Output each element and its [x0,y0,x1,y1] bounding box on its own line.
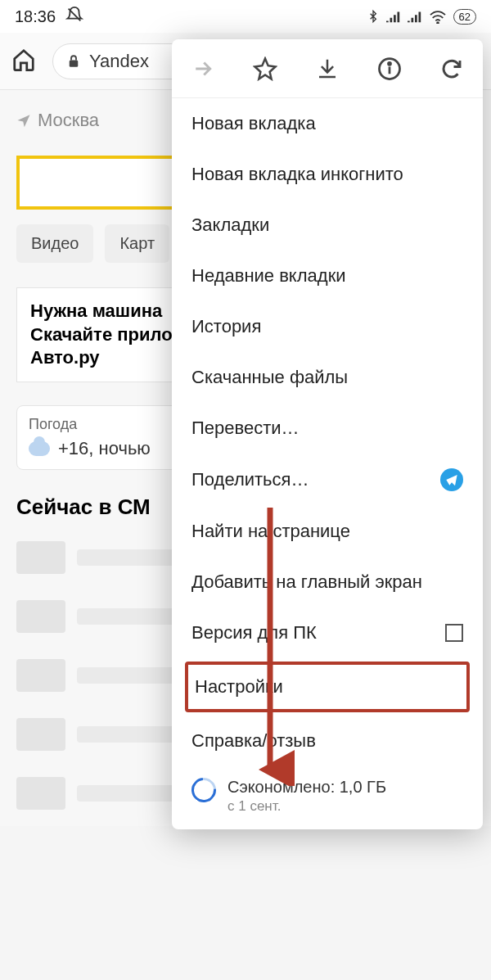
bluetooth-icon [367,8,380,25]
menu-bookmarks[interactable]: Закладки [172,200,483,251]
menu-add-to-home[interactable]: Добавить на главный экран [172,557,483,607]
home-icon[interactable] [11,47,36,75]
svg-rect-1 [70,60,79,66]
menu-icon-row [172,39,483,98]
gauge-icon [187,773,221,807]
status-bar: 18:36 62 [0,0,491,33]
data-saver-text: Сэкономлено: 1,0 ГБ [227,778,386,797]
menu-share[interactable]: Поделиться… [172,454,483,506]
signal-icon-1 [386,10,401,23]
telegram-icon [440,468,463,491]
status-time: 18:36 [15,7,56,26]
dnd-icon [65,6,83,28]
data-saver-sub: с 1 сент. [227,798,386,815]
menu-find-in-page[interactable]: Найти на странице [172,506,483,557]
svg-point-0 [437,22,439,24]
svg-point-4 [389,62,391,65]
menu-history[interactable]: История [172,301,483,352]
wifi-icon [429,9,447,24]
star-icon[interactable] [249,52,282,85]
signal-icon-2 [408,10,422,23]
menu-recent-tabs[interactable]: Недавние вкладки [172,251,483,301]
location-text: Москва [38,110,99,131]
battery-indicator: 62 [453,9,476,25]
menu-new-tab[interactable]: Новая вкладка [172,98,483,149]
chip-images[interactable]: Карт [105,224,169,263]
info-icon[interactable] [373,52,406,85]
menu-downloads[interactable]: Скачанные файлы [172,352,483,403]
menu-settings[interactable]: Настройки [185,662,470,712]
overflow-menu: Новая вкладка Новая вкладка инкогнито За… [172,39,483,829]
menu-help-feedback[interactable]: Справка/отзыв [172,716,483,766]
checkbox-icon[interactable] [445,624,463,642]
cloud-icon [29,441,50,456]
chip-video[interactable]: Видео [16,224,93,263]
address-text: Yandex [89,51,149,72]
menu-new-incognito[interactable]: Новая вкладка инкогнито [172,149,483,200]
menu-translate[interactable]: Перевести… [172,403,483,454]
forward-icon[interactable] [187,52,219,85]
reload-icon[interactable] [435,52,468,85]
weather-text: +16, ночью [58,438,151,459]
lock-icon [66,53,81,70]
location-icon [16,113,31,128]
download-icon[interactable] [311,52,344,85]
status-icons: 62 [367,8,476,25]
menu-desktop-site[interactable]: Версия для ПК [172,607,483,658]
data-saver-row[interactable]: Сэкономлено: 1,0 ГБ с 1 сент. [172,766,483,818]
